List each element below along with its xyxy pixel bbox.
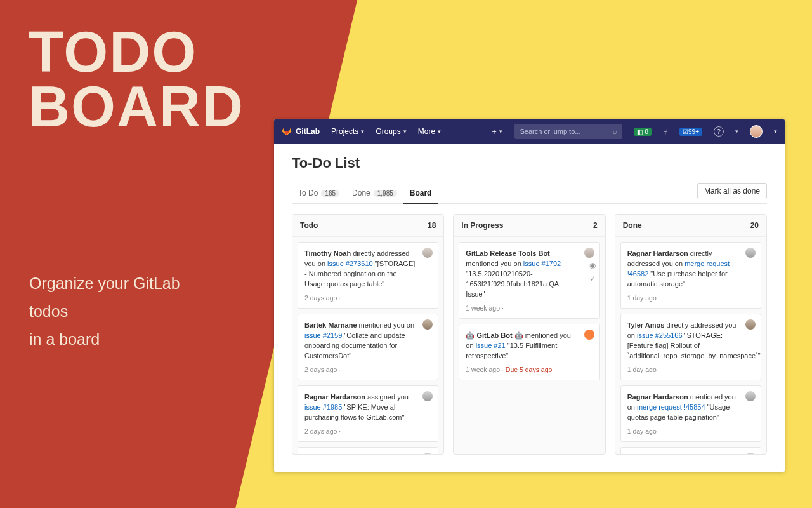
card-meta: 1 week ago · Due 5 days ago <box>466 365 593 375</box>
brand-name: GitLab <box>296 127 320 136</box>
search-icon: ⌕ <box>613 128 617 135</box>
chevron-down-icon: ▾ <box>403 128 407 135</box>
merge-request-icon[interactable]: ⑂ <box>663 127 668 137</box>
chevron-down-icon: ▾ <box>735 128 738 135</box>
column-done-count: 20 <box>750 221 759 230</box>
card-meta: 2 days ago · <box>304 365 431 375</box>
issue-icon: ◧ <box>637 128 643 135</box>
card-link[interactable]: issue #273610 <box>327 260 373 267</box>
new-menu[interactable]: ＋▾ <box>489 124 503 138</box>
card-meta: 2 days ago · <box>304 427 431 436</box>
todo-card[interactable]: Ragnar Hardarson mentioned you on merge … <box>298 447 438 454</box>
watch-icon: ◉ <box>589 260 596 271</box>
card-avatar <box>745 391 756 401</box>
card-meta: 1 day ago <box>627 427 754 436</box>
page-title: To-Do List <box>292 155 767 171</box>
marketing-sub-line3: in a board <box>29 326 180 354</box>
todo-card[interactable]: Ragnar Hardarson assigned you issue #198… <box>298 385 438 442</box>
column-done-title: Done <box>623 221 642 230</box>
todo-card[interactable]: Ragnar Hardarson directly addressed you … <box>620 242 761 309</box>
card-avatar <box>584 330 594 340</box>
tab-done-count: 1,985 <box>374 190 397 197</box>
help-icon[interactable]: ? <box>714 126 724 137</box>
column-inprogress-title: In Progress <box>461 221 503 230</box>
column-todo-body[interactable]: Timothy Noah directly addressed you on i… <box>292 237 443 454</box>
column-inprogress-body[interactable]: ◉✓GitLab Release Tools Bot mentioned you… <box>454 237 605 391</box>
card-avatar <box>745 248 756 258</box>
card-link[interactable]: merge request !46582 <box>627 260 730 277</box>
card-text: Tyler Amos directly addressed you on iss… <box>627 321 754 361</box>
card-link[interactable]: issue #255166 <box>637 331 683 339</box>
user-avatar[interactable] <box>750 125 763 138</box>
card-text: Ragnar Hardarson mentioned you on merge … <box>627 392 754 423</box>
screenshot-window: GitLab Projects▾ Groups▾ More▾ ＋▾ ⌕ ◧8 ⑂… <box>274 119 785 472</box>
card-status-icons: ◉✓ <box>589 260 596 285</box>
column-inprogress-count: 2 <box>593 221 598 230</box>
card-link[interactable]: issue #2159 <box>304 331 342 339</box>
card-text: Timothy Noah directly addressed you on i… <box>304 249 431 290</box>
global-search[interactable]: ⌕ <box>514 124 622 139</box>
card-author: Tyler Amos <box>627 321 665 329</box>
tab-row: To Do165 Done1,985 Board Mark all as don… <box>292 183 767 204</box>
card-link[interactable]: merge request !45854 <box>637 403 705 411</box>
marketing-title-line1: TODO <box>29 25 244 80</box>
check-icon: ☑ <box>683 128 688 135</box>
tab-board[interactable]: Board <box>403 184 438 204</box>
card-text: Ragnar Hardarson directly addressed you … <box>627 249 754 290</box>
marketing-sub-line1: Organize your GitLab <box>29 270 180 298</box>
marketing-sub-line2: todos <box>29 298 180 326</box>
card-author: 🤖 GitLab Bot 🤖 <box>466 331 523 339</box>
board: Todo18 Timothy Noah directly addressed y… <box>292 214 767 455</box>
card-author: GitLab Release Tools Bot <box>466 250 549 257</box>
todo-card[interactable]: 🤖 GitLab Bot 🤖 mentioned you on issue #2… <box>459 324 599 380</box>
column-inprogress: In Progress2 ◉✓GitLab Release Tools Bot … <box>453 214 605 455</box>
card-avatar <box>745 319 756 330</box>
todos-badge[interactable]: ☑99+ <box>679 128 702 136</box>
todo-card[interactable]: ◉✓GitLab Release Tools Bot mentioned you… <box>459 242 599 319</box>
chevron-down-icon: ▾ <box>499 128 502 135</box>
column-todo-count: 18 <box>428 221 436 230</box>
tab-todo[interactable]: To Do165 <box>292 184 346 203</box>
card-author: Ragnar Hardarson <box>627 393 688 401</box>
marketing-subtitle: Organize your GitLab todos in a board <box>29 270 180 353</box>
card-meta: 2 days ago · <box>304 293 431 303</box>
card-author: Bartek Marnane <box>304 321 357 329</box>
nav-projects[interactable]: Projects▾ <box>331 127 364 136</box>
approved-icon: ✓ <box>589 274 596 284</box>
card-author: Timothy Noah <box>304 250 351 257</box>
card-link[interactable]: issue #1985 <box>304 403 342 411</box>
tab-done[interactable]: Done1,985 <box>346 184 403 203</box>
top-navbar: GitLab Projects▾ Groups▾ More▾ ＋▾ ⌕ ◧8 ⑂… <box>274 119 785 144</box>
card-link[interactable]: issue #21 <box>476 342 506 349</box>
nav-more[interactable]: More▾ <box>418 127 441 136</box>
tab-todo-count: 165 <box>321 190 339 197</box>
todo-card[interactable]: Timothy Noah directly addressed you on i… <box>298 242 438 309</box>
page-content: To-Do List To Do165 Done1,985 Board Mark… <box>274 144 785 472</box>
card-text: Bartek Marnane mentioned you on issue #2… <box>304 321 431 361</box>
todo-card[interactable]: Ragnar Hardarson mentioned you on merge … <box>620 385 761 442</box>
card-due: Due 5 days ago <box>506 366 553 373</box>
marketing-title: TODO BOARD <box>29 25 244 134</box>
card-link[interactable]: issue #1792 <box>523 260 561 267</box>
card-meta: 1 week ago · <box>466 304 593 313</box>
todo-card[interactable]: Bartek Marnane mentioned you on issue #2… <box>298 314 438 380</box>
card-text: 🤖 GitLab Bot 🤖 mentioned you on issue #2… <box>466 331 593 361</box>
card-author: Ragnar Hardarson <box>304 393 365 401</box>
gitlab-logo-icon <box>282 126 292 138</box>
chevron-down-icon: ▾ <box>361 128 364 135</box>
card-text: GitLab Release Tools Bot mentioned you o… <box>466 249 593 300</box>
mark-all-done-button[interactable]: Mark all as done <box>697 183 767 199</box>
issues-badge[interactable]: ◧8 <box>634 128 652 136</box>
column-done: Done20 Ragnar Hardarson directly address… <box>615 214 767 455</box>
chevron-down-icon: ▾ <box>774 128 777 135</box>
card-meta: 1 day ago <box>627 365 754 375</box>
search-input[interactable] <box>520 128 613 135</box>
column-todo: Todo18 Timothy Noah directly addressed y… <box>292 214 444 455</box>
todo-card[interactable]: Ragnar Hardarson directly addressed you … <box>620 447 761 454</box>
todo-card[interactable]: Tyler Amos directly addressed you on iss… <box>620 314 761 380</box>
brand-logo[interactable]: GitLab <box>282 126 320 138</box>
chevron-down-icon: ▾ <box>438 128 441 135</box>
nav-groups[interactable]: Groups▾ <box>376 127 406 136</box>
column-done-body[interactable]: Ragnar Hardarson directly addressed you … <box>615 237 766 454</box>
card-meta: 1 day ago <box>627 293 754 303</box>
